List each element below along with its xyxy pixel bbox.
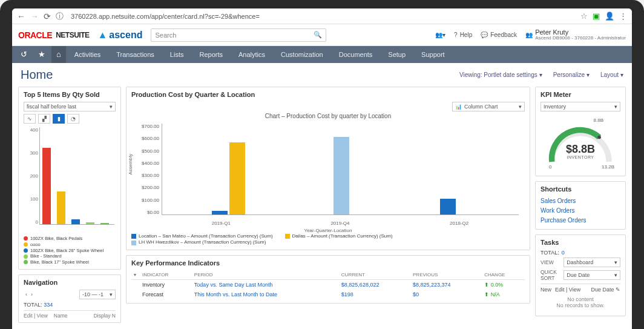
pager-select[interactable]: -10 — -1▾	[79, 290, 116, 299]
forward-icon[interactable]: →	[30, 12, 39, 21]
browser-chrome: ← → ⟳ ⓘ 3760228.app.netsuite.com/app/cen…	[12, 8, 632, 24]
shortcut-purchase[interactable]: Purchase Orders	[540, 216, 620, 225]
tasks-view-select[interactable]: Dashboard▾	[564, 258, 620, 267]
chart-type-select[interactable]: 📊Column Chart▾	[452, 102, 525, 111]
info-icon[interactable]: ⓘ	[56, 11, 64, 22]
tasks-sort-select[interactable]: Due Date▾	[564, 270, 620, 280]
home-icon[interactable]: ⌂	[51, 46, 66, 63]
oracle-logo: ORACLE	[18, 30, 52, 40]
chevron-down-icon: ▾	[110, 104, 113, 110]
gauge: 8.8B $8.8B INVENTORY 0 13.2B	[540, 111, 620, 172]
feedback-link[interactable]: 💬Feedback	[481, 32, 517, 38]
tasks-title: Tasks	[540, 239, 620, 246]
shortcut-sales[interactable]: Sales Orders	[540, 196, 620, 206]
nav-customization[interactable]: Customization	[274, 46, 330, 63]
shortcuts-portlet: Shortcuts Sales Orders Work Orders Purch…	[535, 181, 626, 230]
nav-setup[interactable]: Setup	[381, 46, 413, 63]
viewing-link[interactable]: Viewing: Portlet date settings ▾	[459, 71, 542, 78]
table-row[interactable]: Forecast This Month vs. Last Month to Da…	[131, 290, 525, 299]
nav-activities[interactable]: Activities	[67, 46, 108, 63]
star-nav-icon[interactable]: ★	[33, 46, 50, 63]
page-prev-icon[interactable]: ‹	[24, 291, 29, 297]
top5-legend: 100ZX Bike, Black Pedals oooo 100ZX Bike…	[24, 236, 116, 265]
kpimeter-title: KPI Meter	[540, 91, 620, 98]
page-next-icon[interactable]: ›	[29, 291, 34, 297]
search-icon[interactable]: 🔍	[314, 31, 322, 39]
collapse-icon[interactable]: ▾	[134, 272, 136, 277]
nav-reports[interactable]: Reports	[192, 46, 230, 63]
kpi-table: ▾ INDICATORPERIODCURRENTPREVIOUSCHANGE I…	[131, 270, 525, 299]
reload-icon[interactable]: ⟳	[44, 12, 51, 21]
app-header: ORACLE NETSUITE ▲ascend Search 🔍 👥▾ ?Hel…	[12, 24, 632, 46]
kpi-title: Key Performance Indicators	[131, 259, 525, 267]
tasks-edit-button[interactable]: Edit | View	[555, 287, 580, 293]
chart-area-icon[interactable]: ▞	[38, 114, 50, 124]
center-chart: Chart – Production Cost by quarter by Lo…	[131, 113, 525, 231]
nav-actions[interactable]: Edit | View	[24, 313, 48, 319]
top5-portlet: Top 5 Items By Qty Sold fiscal half befo…	[18, 87, 121, 270]
bar-3	[71, 219, 80, 224]
table-row[interactable]: Inventory Today vs. Same Day Last Month …	[131, 279, 525, 290]
bar-1	[42, 148, 51, 224]
search-placeholder: Search	[155, 32, 314, 39]
center-chart-title: Chart – Production Cost by quarter by Lo…	[131, 113, 525, 119]
help-link[interactable]: ?Help	[454, 32, 472, 38]
top5-title: Top 5 Items By Qty Sold	[24, 91, 116, 98]
shortcuts-title: Shortcuts	[540, 185, 620, 193]
history-icon[interactable]: ↺	[16, 46, 32, 63]
kpimeter-select[interactable]: Inventory▾	[540, 102, 620, 111]
user-role: Ascend DB9006 - 3760228 - Administrator	[535, 36, 626, 41]
svg-point-0	[597, 136, 601, 139]
nav-title: Navigation	[24, 279, 116, 286]
main-nav: ↺ ★ ⌂ Activities Transactions Lists Repo…	[12, 46, 632, 63]
layout-link[interactable]: Layout ▾	[600, 71, 623, 78]
bar-4	[86, 222, 94, 224]
top5-period-select[interactable]: fiscal half before last▾	[24, 102, 116, 111]
center-legend: Location – San Mateo – Amount (Transacti…	[131, 233, 525, 246]
url-bar[interactable]: 3760228.app.netsuite.com/app/center/card…	[68, 13, 576, 20]
top5-chart: 4003002001000	[24, 127, 116, 233]
page-title: Home	[21, 68, 53, 82]
gauge-value: $8.8B	[540, 143, 620, 156]
center-title: Production Cost by Quarter & Location	[131, 91, 525, 98]
production-cost-portlet: Production Cost by Quarter & Location 📊C…	[126, 87, 530, 250]
nav-analytics[interactable]: Analytics	[231, 46, 272, 63]
tasks-new-button[interactable]: New	[540, 287, 551, 293]
kpi-meter-portlet: KPI Meter Inventory▾ 8.8B $8.8B INVENTOR…	[535, 87, 626, 176]
tasks-due-button[interactable]: Due Date ✎	[591, 287, 620, 293]
netsuite-logo: NETSUITE	[56, 31, 89, 39]
nav-documents[interactable]: Documents	[332, 46, 380, 63]
kpi-portlet: Key Performance Indicators ▾ INDICATORPE…	[126, 255, 530, 304]
page-subheader: Home Viewing: Portlet date settings ▾ Pe…	[12, 63, 632, 87]
navigation-portlet: Navigation ‹› -10 — -1▾ TOTAL: 334 Edit …	[18, 274, 121, 323]
tasks-portlet: Tasks TOTAL: 0 VIEWDashboard▾ QUICK SORT…	[535, 234, 626, 316]
personalize-link[interactable]: Personalize ▾	[553, 71, 590, 78]
nav-support[interactable]: Support	[414, 46, 452, 63]
star-icon[interactable]: ☆	[580, 12, 588, 21]
profile-icon[interactable]: 👤	[605, 12, 614, 21]
bar-2	[57, 191, 65, 224]
nav-transactions[interactable]: Transactions	[109, 46, 162, 63]
nav-lists[interactable]: Lists	[163, 46, 191, 63]
role-switcher[interactable]: 👥▾	[435, 32, 445, 38]
back-icon[interactable]: ←	[17, 12, 25, 21]
chart-pie-icon[interactable]: ◔	[67, 114, 79, 124]
bar-5	[100, 223, 109, 224]
total-link[interactable]: 334	[44, 302, 53, 308]
chart-line-icon[interactable]: ∿	[24, 114, 36, 124]
search-input[interactable]: Search 🔍	[151, 28, 326, 42]
menu-icon[interactable]: ⋮	[619, 12, 627, 21]
extension-icon[interactable]: ▣	[593, 12, 600, 21]
shortcut-work[interactable]: Work Orders	[540, 206, 620, 216]
chart-bar-icon[interactable]: ▮	[53, 114, 65, 124]
user-menu[interactable]: 👥 Peter Kruty Ascend DB9006 - 3760228 - …	[525, 28, 626, 41]
ascend-logo: ▲ascend	[97, 30, 142, 41]
